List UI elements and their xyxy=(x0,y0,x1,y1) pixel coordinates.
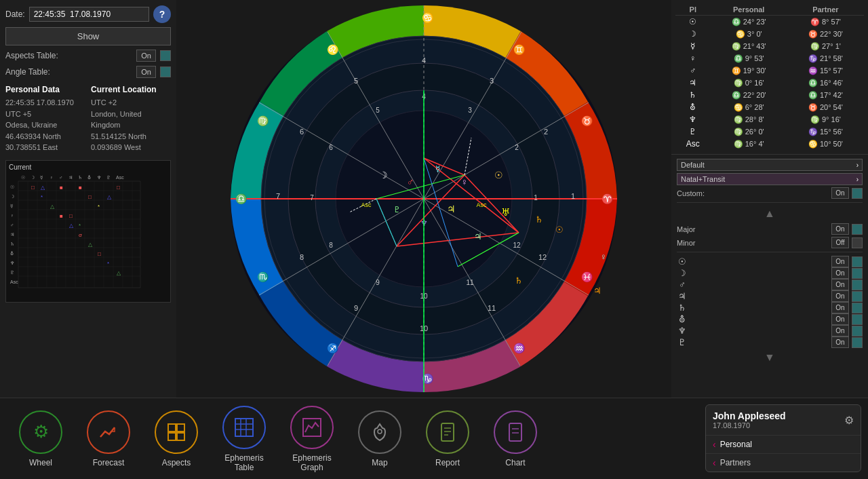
planet-toggle-row-1: ☽ On xyxy=(677,267,863,279)
angle-table-checkbox[interactable] xyxy=(160,66,171,77)
aspects-table-toggle[interactable]: On xyxy=(136,50,156,62)
help-button[interactable]: ? xyxy=(153,5,171,23)
show-button[interactable]: Show xyxy=(5,27,171,45)
minor-checkbox[interactable] xyxy=(852,237,863,248)
nav-ephemeris-graph[interactable]: EphemerisGraph xyxy=(285,406,339,472)
aspects-icon xyxy=(155,410,198,454)
personal-position: ♎ 9° 53' xyxy=(711,52,787,64)
planet-symbol: Asc xyxy=(675,138,711,150)
personal-position: ♍ 26° 0' xyxy=(711,126,787,138)
svg-text:■: ■ xyxy=(60,185,63,191)
minor-toggle[interactable]: Off xyxy=(831,237,849,248)
date-input[interactable] xyxy=(29,7,149,22)
nav-aspects[interactable]: Aspects xyxy=(149,410,203,467)
planet-check-6[interactable] xyxy=(852,326,863,337)
personal-data-col: Personal Data 22:45:35 17.08.1970 UTC +5… xyxy=(5,85,85,153)
planet-check-0[interactable] xyxy=(852,256,863,267)
svg-text:♀: ♀ xyxy=(10,213,14,218)
planet-btn-6[interactable]: On xyxy=(831,325,849,337)
svg-text:Asc: Asc xyxy=(116,175,124,180)
scroll-up[interactable]: ▲ xyxy=(677,206,863,221)
nav-chart[interactable]: Chart xyxy=(488,410,542,467)
profile-header: John Appleseed 17.08.1970 ⚙ xyxy=(706,405,861,435)
svg-text:♃: ♃ xyxy=(474,231,482,242)
dropdown1[interactable]: Default › xyxy=(677,159,863,171)
map-label: Map xyxy=(372,458,387,467)
planet-toggle-row-6: ♆ On xyxy=(677,325,863,337)
planet-btn-1[interactable]: On xyxy=(831,267,849,279)
svg-text:*: * xyxy=(107,261,109,267)
profile-settings-icon[interactable]: ⚙ xyxy=(844,414,854,427)
nav-forecast[interactable]: Forecast xyxy=(81,410,136,467)
svg-text:3: 3 xyxy=(468,107,472,114)
dropdown2[interactable]: Natal+Transit › xyxy=(677,173,863,185)
svg-text:□: □ xyxy=(88,194,92,200)
nav-report[interactable]: Report xyxy=(420,410,475,467)
personal-position: ♎ 22° 20' xyxy=(711,89,787,101)
partner-position: ♎ 17° 42' xyxy=(787,89,864,101)
svg-text:♆: ♆ xyxy=(10,261,14,265)
svg-text:△: △ xyxy=(50,204,55,210)
svg-text:△: △ xyxy=(88,242,93,248)
right-panel: Pl Personal Partner ☉ ♎ 24° 23' ♈ 8° 57'… xyxy=(671,0,868,398)
profile-tab-personal[interactable]: ‹ Personal xyxy=(706,435,861,453)
svg-text:♃: ♃ xyxy=(447,204,456,214)
svg-text:Asc: Asc xyxy=(476,202,487,208)
planet-btn-0[interactable]: On xyxy=(831,256,849,267)
current-location-col: Current Location UTC +2 London, United K… xyxy=(91,85,171,153)
scroll-down[interactable]: ▼ xyxy=(677,350,863,365)
personal-position: ♋ 6° 28' xyxy=(711,101,787,113)
svg-text:1: 1 xyxy=(571,192,575,200)
partner-position: ♈ 8° 57' xyxy=(787,16,864,28)
planet-btn-3[interactable]: On xyxy=(831,290,849,302)
partner-position: ♉ 20° 54' xyxy=(787,101,864,113)
planet-check-3[interactable] xyxy=(852,291,863,302)
planet-btn-2[interactable]: On xyxy=(831,279,849,290)
planet-symbol: ☉ xyxy=(675,16,711,28)
svg-text:9: 9 xyxy=(354,304,358,312)
planet-check-1[interactable] xyxy=(852,268,863,279)
svg-text:♂: ♂ xyxy=(407,176,414,187)
partner-position: ♍ 9° 16' xyxy=(787,113,864,126)
aspects-table-checkbox[interactable] xyxy=(160,50,171,61)
custom-checkbox[interactable] xyxy=(852,188,863,199)
svg-text:♓: ♓ xyxy=(581,271,593,283)
svg-text:☽: ☽ xyxy=(31,175,35,180)
nav-wheel[interactable]: ⚙ Wheel xyxy=(14,410,68,467)
partner-position: ♑ 21° 58' xyxy=(787,52,864,64)
major-toggle[interactable]: On xyxy=(831,223,849,235)
chart-area: ♈ ♉ ♊ ♋ ♌ ♍ ♎ ♏ ♐ ♑ ♒ ♓ 1 2 3 4 5 6 7 xyxy=(176,0,671,398)
planet-toggle-row-7: ♇ On xyxy=(677,337,863,348)
planet-symbol: ☽ xyxy=(675,28,711,40)
nav-ephemeris-table[interactable]: EphemerisTable xyxy=(217,406,271,472)
custom-toggle[interactable]: On xyxy=(831,187,849,199)
planet-btn-7[interactable]: On xyxy=(831,337,849,348)
aspects-table-label: Aspects Table: xyxy=(5,51,132,60)
planet-check-5[interactable] xyxy=(852,314,863,325)
svg-text:3: 3 xyxy=(490,77,494,85)
svg-text:12: 12 xyxy=(513,242,521,249)
nav-map[interactable]: Map xyxy=(353,410,407,467)
partner-position: ♒ 15° 57' xyxy=(787,64,864,77)
svg-text:♇: ♇ xyxy=(393,205,401,214)
svg-text:☿: ☿ xyxy=(40,175,43,180)
angle-table-toggle[interactable]: On xyxy=(136,66,156,78)
svg-text:Asc: Asc xyxy=(10,280,18,284)
svg-rect-173 xyxy=(509,423,521,441)
planet-icon-1: ☽ xyxy=(677,268,688,278)
major-checkbox[interactable] xyxy=(852,224,863,235)
planet-btn-4[interactable]: On xyxy=(831,302,849,313)
ephemeris-table-icon xyxy=(222,406,266,449)
profile-tab-partners[interactable]: ‹ Partners xyxy=(706,453,861,472)
planet-btn-5[interactable]: On xyxy=(831,313,849,325)
svg-text:*: * xyxy=(98,204,100,210)
svg-text:♄: ♄ xyxy=(535,214,543,225)
planet-check-7[interactable] xyxy=(852,337,863,348)
svg-point-168 xyxy=(378,429,382,434)
planet-check-4[interactable] xyxy=(852,303,863,313)
svg-text:♊: ♊ xyxy=(513,44,526,56)
svg-text:1: 1 xyxy=(534,194,538,202)
partners-tab-label: Partners xyxy=(720,458,751,467)
planet-check-2[interactable] xyxy=(852,280,863,290)
planet-row-6: ♄ ♎ 22° 20' ♎ 17° 42' xyxy=(675,89,864,101)
